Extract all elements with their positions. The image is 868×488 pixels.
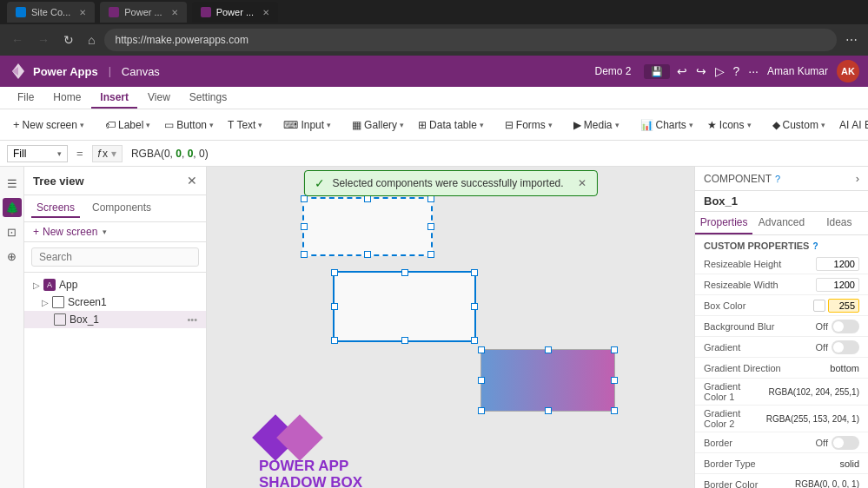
formula-fx-button[interactable]: f x ▾ [92, 145, 123, 162]
handle-tl-1[interactable] [301, 195, 308, 202]
rp-tab-properties[interactable]: Properties [695, 212, 752, 234]
input-button[interactable]: ⌨ Input ▾ [277, 116, 337, 134]
height-input[interactable] [816, 257, 859, 271]
canvas-area[interactable]: ✓ Selected components were successfully … [207, 167, 694, 488]
icons-button[interactable]: ★ Icons ▾ [701, 116, 758, 134]
menu-tab-settings[interactable]: Settings [181, 88, 235, 109]
canvas-gradient-element[interactable] [480, 349, 615, 412]
rp-tab-ideas[interactable]: Ideas [811, 212, 868, 234]
button-button[interactable]: ▭ Button ▾ [158, 116, 220, 134]
rp-tab-advanced[interactable]: Advanced [752, 212, 810, 234]
handle-ml-3[interactable] [478, 377, 485, 384]
undo-button[interactable]: ↩ [677, 64, 687, 78]
box-color-swatch[interactable] [813, 300, 825, 312]
menu-tab-view[interactable]: View [139, 88, 179, 109]
handle-tc-3[interactable] [545, 346, 552, 353]
menu-tab-list: File Home Insert View Settings [9, 88, 235, 109]
label-icon: 🏷 [105, 119, 116, 131]
handle-tl-2[interactable] [331, 269, 338, 276]
tree-item-app[interactable]: ▷ A App [24, 276, 206, 293]
tree-search-container [24, 242, 206, 273]
handle-ml-1[interactable] [301, 223, 308, 230]
help-icon[interactable]: ? [733, 64, 740, 78]
handle-tr-3[interactable] [611, 346, 618, 353]
tree-item-box1[interactable]: Box_1 ••• [24, 311, 206, 328]
handle-mr-1[interactable] [427, 223, 434, 230]
forward-button[interactable]: → [33, 31, 54, 49]
formula-dropdown[interactable]: Fill ▾ [7, 145, 68, 162]
tab2-close[interactable]: ✕ [171, 8, 178, 17]
handle-bl-3[interactable] [478, 407, 485, 414]
home-button[interactable]: ⌂ [83, 31, 99, 49]
handle-bc-3[interactable] [545, 407, 552, 414]
back-button[interactable]: ← [7, 31, 28, 49]
handle-tr-2[interactable] [471, 269, 478, 276]
handle-bl-1[interactable] [301, 251, 308, 258]
redo-button[interactable]: ↪ [696, 64, 706, 78]
side-icon-tree[interactable]: 🌲 [3, 198, 22, 217]
address-bar[interactable] [104, 29, 837, 51]
handle-bl-2[interactable] [331, 337, 338, 344]
user-avatar[interactable]: AK [837, 60, 859, 82]
component-help-icon[interactable]: ? [775, 174, 780, 184]
tree-tab-screens[interactable]: Screens [31, 199, 80, 218]
browser-tab-1[interactable]: Site Co... ✕ [7, 2, 95, 23]
gallery-button[interactable]: ▦ Gallery ▾ [346, 116, 410, 134]
handle-tc-1[interactable] [364, 195, 371, 202]
handle-br-1[interactable] [427, 251, 434, 258]
share-button[interactable]: ▷ [715, 64, 725, 78]
refresh-button[interactable]: ↻ [59, 31, 78, 49]
charts-button[interactable]: 📊 Charts ▾ [634, 116, 699, 134]
save-button[interactable]: 💾 [644, 64, 670, 79]
handle-mr-3[interactable] [611, 377, 618, 384]
canvas-element-1[interactable] [302, 197, 433, 256]
tree-search-input[interactable] [31, 247, 199, 267]
gradient-toggle[interactable] [832, 340, 859, 354]
menu-tab-file[interactable]: File [9, 88, 43, 109]
text-button[interactable]: T Text ▾ [222, 116, 268, 134]
tab1-close[interactable]: ✕ [79, 8, 86, 17]
width-input[interactable] [816, 278, 859, 292]
box-color-input[interactable] [828, 299, 859, 313]
border-toggle[interactable] [832, 436, 859, 450]
handle-tr-1[interactable] [427, 195, 434, 202]
gradient-color1-value: RGBA(102, 204, 255,1) [768, 387, 859, 397]
tree-tab-components[interactable]: Components [87, 199, 156, 218]
handle-bc-1[interactable] [364, 251, 371, 258]
handle-bc-2[interactable] [401, 337, 408, 344]
side-icons: ☰ 🌲 ⊡ ⊕ [0, 167, 24, 488]
media-button[interactable]: ▶ Media ▾ [567, 116, 626, 134]
datatable-button[interactable]: ⊞ Data table ▾ [412, 116, 490, 134]
bg-blur-toggle[interactable] [832, 320, 859, 333]
handle-ml-2[interactable] [331, 303, 338, 310]
side-icon-plugin[interactable]: ⊕ [3, 247, 22, 266]
new-screen-tree-button[interactable]: + New screen ▾ [24, 222, 206, 242]
formula-display[interactable]: RGBA(0, 0, 0, 0) [128, 148, 861, 160]
custom-button[interactable]: ◆ Custom ▾ [766, 116, 832, 134]
forms-button[interactable]: ⊟ Forms ▾ [499, 116, 559, 134]
ai-builder-button[interactable]: AI AI Builder ▾ [833, 116, 868, 134]
tab3-close[interactable]: ✕ [262, 8, 269, 17]
tree-item-screen1[interactable]: ▷ Screen1 [24, 293, 206, 311]
handle-mr-2[interactable] [471, 303, 478, 310]
side-icon-data[interactable]: ⊡ [3, 222, 22, 241]
new-screen-button[interactable]: + New screen ▾ [7, 115, 90, 134]
success-close-button[interactable]: ✕ [578, 177, 586, 189]
tree-close-button[interactable]: ✕ [187, 174, 197, 188]
handle-tc-2[interactable] [401, 269, 408, 276]
custom-properties-help-icon[interactable]: ? [812, 241, 818, 251]
canvas-element-2[interactable] [333, 271, 476, 342]
browser-tab-3[interactable]: Power ... ✕ [192, 2, 278, 23]
box1-more-button[interactable]: ••• [187, 314, 197, 325]
menu-tab-insert[interactable]: Insert [91, 88, 137, 109]
handle-br-3[interactable] [611, 407, 618, 414]
rp-expand-icon[interactable]: › [856, 172, 859, 185]
more-icon[interactable]: ··· [748, 64, 759, 78]
browser-tab-2[interactable]: Power ... ✕ [100, 2, 186, 23]
menu-tab-home[interactable]: Home [44, 88, 89, 109]
label-button[interactable]: 🏷 Label ▾ [99, 116, 156, 134]
handle-br-2[interactable] [471, 337, 478, 344]
rp-row-gradient-color1: Gradient Color 1 RGBA(102, 204, 255,1) [695, 379, 868, 406]
side-icon-1[interactable]: ☰ [3, 174, 22, 193]
handle-tl-3[interactable] [478, 346, 485, 353]
